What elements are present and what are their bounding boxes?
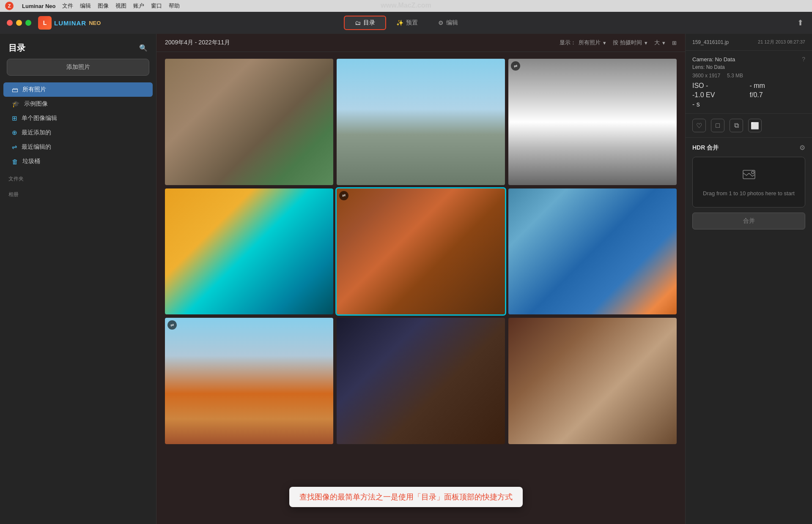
photo-thumb-7[interactable]: ⇌ (165, 318, 333, 444)
sort-control[interactable]: 按 拍摄时间 ▾ (613, 39, 647, 46)
sidebar-item-recently-edited[interactable]: ⇌ 最近编辑的 (3, 140, 153, 154)
tab-catalog-label: 目录 (363, 19, 375, 27)
photo-thumb-9[interactable] (508, 318, 677, 444)
photo-thumb-5[interactable]: ⇌ (337, 188, 505, 315)
info-section: Camera: No Data ? Lens: No Data 3600 x 1… (686, 51, 812, 114)
logo-icon: L (38, 16, 52, 30)
hdr-header: HDR 合并 ⚙ (692, 144, 805, 152)
photo-thumb-3[interactable]: ⇌ (508, 59, 677, 185)
content-toolbar: 2009年4月 - 2022年11月 显示： 所有照片 ▾ 按 拍摄时间 ▾ 大… (156, 34, 685, 52)
photo-thumb-4[interactable] (165, 188, 333, 315)
menu-window[interactable]: 窗口 (151, 2, 162, 10)
sort-label: 按 拍摄时间 (613, 39, 642, 46)
info-specs: ISO - - mm -1.0 EV f/0.7 - s (692, 82, 805, 108)
compare-button[interactable]: ⧉ (730, 119, 743, 132)
title-bar: L LUMINAR NEO 🗂 目录 ✨ 预置 ⚙ 编辑 ⬆ (0, 12, 812, 34)
app-name: Luminar Neo (22, 3, 55, 9)
info-help-icon[interactable]: ? (802, 56, 805, 63)
traffic-lights (7, 20, 31, 26)
edit-badge-3: ⇌ (511, 61, 520, 71)
sidebar-item-sample-images[interactable]: 🎓 示例图像 (3, 97, 153, 111)
tab-presets[interactable]: ✨ 预置 (386, 16, 428, 30)
crop-button[interactable]: ⬜ (748, 119, 762, 132)
sidebar: 目录 🔍 添加照片 🗃 所有照片 🎓 示例图像 ⊞ 单个图像编辑 ⊕ 最近添加的… (0, 34, 156, 524)
menu-help[interactable]: 帮助 (169, 2, 180, 10)
camera-row: Camera: No Data ? (692, 56, 805, 63)
sidebar-item-single-edit[interactable]: ⊞ 单个图像编辑 (3, 111, 153, 126)
catalog-icon: 🗂 (355, 19, 361, 26)
dimensions-value: 3600 x 1917 (692, 73, 720, 79)
sidebar-item-all-photos[interactable]: 🗃 所有照片 (3, 82, 153, 97)
camera-label: Camera: No Data (692, 56, 735, 63)
iso-value: ISO - (692, 82, 748, 90)
menu-image[interactable]: 图像 (98, 2, 109, 10)
edit-badge-7: ⇌ (167, 320, 177, 330)
menu-account[interactable]: 账户 (133, 2, 144, 10)
hdr-gear-icon[interactable]: ⚙ (799, 144, 805, 152)
albums-section-label: 相册 (0, 184, 156, 200)
photo-thumb-6[interactable] (508, 188, 677, 315)
tab-edit-label: 编辑 (446, 19, 458, 27)
single-edit-icon: ⊞ (12, 115, 17, 122)
folders-section-label: 文件夹 (0, 169, 156, 184)
photo-thumb-8[interactable] (337, 318, 505, 444)
grid-icon: ⊞ (672, 40, 677, 46)
maximize-button[interactable] (25, 20, 31, 26)
app-logo: L LUMINAR NEO (38, 16, 101, 30)
add-photos-button[interactable]: 添加照片 (7, 59, 149, 76)
size-label: 大 (654, 39, 660, 46)
hdr-drop-text: Drag from 1 to 10 photos here to start (703, 189, 795, 198)
size-control[interactable]: 大 ▾ (654, 39, 665, 46)
show-label: 显示： (560, 39, 576, 46)
photo-thumb-2[interactable] (337, 59, 505, 185)
menu-edit[interactable]: 编辑 (80, 2, 91, 10)
filesize-value: 5.3 MB (727, 73, 743, 79)
photo-thumb-1[interactable] (165, 59, 333, 185)
close-button[interactable] (7, 20, 13, 26)
hdr-merge-button[interactable]: 合并 (692, 213, 805, 229)
info-meta: 3600 x 1917 5.3 MB (692, 73, 805, 79)
lens-label: Lens: No Data (692, 64, 725, 70)
sidebar-item-recently-added[interactable]: ⊕ 最近添加的 (3, 126, 153, 140)
ev-value: -1.0 EV (692, 91, 748, 99)
minimize-button[interactable] (16, 20, 22, 26)
recently-edited-label: 最近编辑的 (22, 143, 51, 151)
edit-icon: ⚙ (438, 19, 444, 26)
tab-presets-label: 预置 (406, 19, 418, 27)
grid-toggle[interactable]: ⊞ (672, 40, 677, 46)
tab-catalog[interactable]: 🗂 目录 (344, 16, 386, 30)
hdr-drop-zone[interactable]: Drag from 1 to 10 photos here to start (692, 157, 805, 207)
menu-file[interactable]: 文件 (62, 2, 73, 10)
menu-bar: Z Luminar Neo 文件 编辑 图像 视图 账户 窗口 帮助 (0, 0, 812, 12)
svg-point-1 (752, 171, 754, 174)
content-area: 2009年4月 - 2022年11月 显示： 所有照片 ▾ 按 拍摄时间 ▾ 大… (156, 34, 685, 524)
flag-button[interactable]: □ (711, 119, 724, 132)
shutter-value: - s (692, 101, 748, 108)
presets-icon: ✨ (396, 19, 403, 26)
sample-images-label: 示例图像 (24, 100, 48, 108)
mm-value: - mm (750, 82, 806, 90)
sidebar-title-text: 目录 (8, 42, 25, 54)
all-photos-label: 所有照片 (22, 86, 46, 93)
hdr-section: HDR 合并 ⚙ Drag from 1 to 10 photos here t… (686, 138, 812, 524)
hdr-title: HDR 合并 (692, 144, 719, 152)
share-button[interactable]: ⬆ (796, 16, 805, 29)
info-header: 159_4316101.jp 21 12月 2013 08:27:37 (686, 34, 812, 51)
all-photos-icon: 🗃 (12, 86, 18, 93)
menu-view[interactable]: 视图 (115, 2, 126, 10)
hdr-drop-icon (741, 167, 757, 185)
tab-edit[interactable]: ⚙ 编辑 (428, 16, 468, 30)
logo-neo: NEO (89, 20, 101, 26)
show-value: 所有照片 (579, 39, 601, 46)
app-icon: Z (5, 2, 14, 10)
search-icon[interactable]: 🔍 (139, 44, 148, 52)
show-control[interactable]: 显示： 所有照片 ▾ (560, 39, 606, 46)
info-actions: ♡ □ ⧉ ⬜ (686, 114, 812, 138)
sidebar-item-trash[interactable]: 🗑 垃圾桶 (3, 154, 153, 169)
photos-grid: ⇌ ⇌ ⇌ (156, 52, 685, 524)
lens-row: Lens: No Data (692, 64, 805, 70)
fstop-value: f/0.7 (750, 91, 806, 99)
right-panel: 159_4316101.jp 21 12月 2013 08:27:37 Came… (685, 34, 812, 524)
favorite-button[interactable]: ♡ (692, 119, 706, 132)
size-chevron-icon: ▾ (662, 40, 665, 46)
